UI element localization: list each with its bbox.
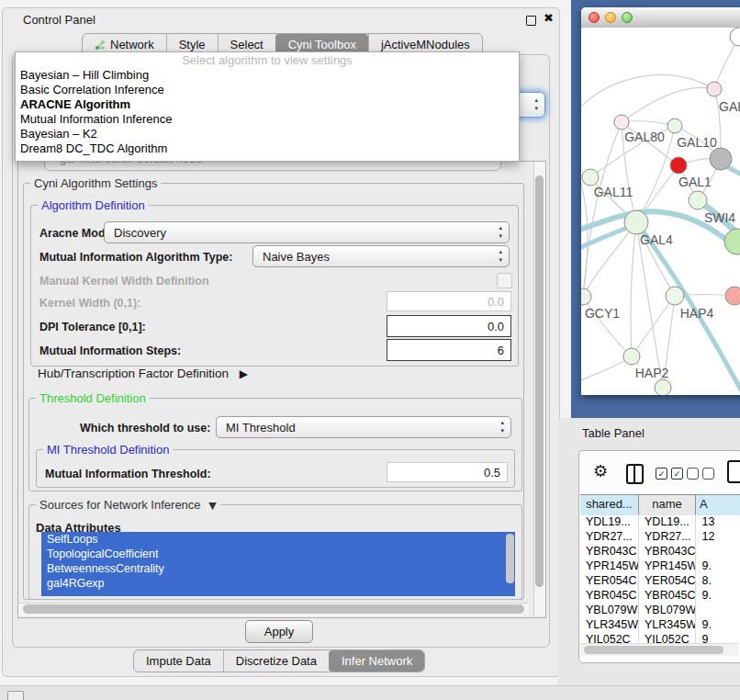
network-node[interactable]: [666, 287, 684, 305]
new-table-icon[interactable]: [727, 460, 740, 483]
table-cell: YBR043C: [580, 544, 639, 559]
mi-type-value: Naive Bayes: [263, 250, 330, 264]
table-cell: YDR27...: [639, 529, 696, 544]
vertical-scrollbar-thumb[interactable]: [535, 175, 544, 587]
network-node-label: GAL80: [624, 130, 665, 144]
deselect-all-checkboxes-icon[interactable]: [687, 468, 714, 480]
column-header[interactable]: shared...: [580, 495, 639, 515]
mi-steps-field[interactable]: 6: [387, 339, 511, 361]
network-node[interactable]: [689, 191, 707, 209]
horizontal-scrollbar-thumb[interactable]: [23, 604, 524, 614]
float-window-icon[interactable]: [526, 16, 536, 26]
network-node[interactable]: [581, 288, 591, 305]
network-node[interactable]: [707, 82, 722, 96]
network-node-label: GAL1: [678, 175, 712, 189]
algorithm-option[interactable]: Dream8 DC_TDC Algorithm: [16, 141, 519, 156]
network-node[interactable]: [623, 348, 640, 365]
table-horizontal-scrollbar[interactable]: [580, 643, 738, 656]
table-cell: YPR145W: [639, 559, 696, 573]
table-cell: YBL079W: [580, 603, 639, 617]
algorithm-option[interactable]: Bayesian – Hill Climbing: [16, 68, 519, 83]
table-cell: 9.: [696, 559, 740, 573]
kernel-width-field[interactable]: 0.0: [387, 291, 511, 311]
select-all-checkboxes-icon[interactable]: [656, 468, 683, 480]
column-header[interactable]: name: [639, 495, 696, 515]
network-edge[interactable]: [631, 222, 636, 356]
settings-gear-icon[interactable]: ⚙: [593, 461, 608, 481]
network-edge[interactable]: [622, 121, 675, 126]
network-edge[interactable]: [636, 222, 663, 388]
dpi-tolerance-field[interactable]: 0.0: [387, 315, 511, 337]
minimized-panel-icon[interactable]: [7, 691, 24, 700]
table-row[interactable]: YBL079WYBL079W: [580, 603, 740, 617]
table-row[interactable]: YDL19...YDL19...13: [580, 514, 740, 529]
tab-infer-network[interactable]: Infer Network: [329, 650, 424, 672]
algorithm-dropdown-placeholder: Select algorithm to view settings: [16, 52, 519, 68]
network-node[interactable]: [624, 210, 648, 234]
network-node[interactable]: [614, 115, 629, 130]
control-panel-title: Control Panel: [23, 13, 95, 27]
network-edge[interactable]: [581, 75, 714, 112]
table-cell: YER054C: [580, 573, 639, 588]
table-cell: 9.: [696, 617, 740, 632]
attribute-list-item[interactable]: TopologicalCoefficient: [41, 547, 515, 561]
network-node-label: SWI4: [704, 210, 735, 225]
screen: Control Panel ✖ NetworkStyleSelectCyni T…: [0, 0, 740, 700]
column-layout-icon[interactable]: [626, 464, 644, 484]
algorithm-option[interactable]: ARACNE Algorithm: [16, 97, 519, 112]
table-row[interactable]: YPR145WYPR145W9.: [580, 559, 740, 573]
list-scrollbar-thumb[interactable]: [506, 534, 514, 583]
attribute-list-item[interactable]: SelfLoops: [41, 532, 515, 547]
network-node[interactable]: [670, 157, 687, 174]
attribute-list-item[interactable]: BetweennessCentrality: [41, 561, 515, 576]
combo-stepper-icon: [500, 419, 504, 435]
network-edge[interactable]: [622, 87, 714, 122]
aracne-mode-combo[interactable]: Discovery: [104, 221, 510, 243]
table-cell: YLR345W: [639, 617, 696, 632]
table-cell: YBR043C: [639, 544, 696, 559]
tab-impute-data[interactable]: Impute Data: [134, 650, 223, 672]
network-node[interactable]: [655, 379, 671, 395]
table-row[interactable]: YLR345WYLR345W9.: [580, 617, 740, 632]
network-edge[interactable]: [583, 122, 622, 297]
network-node[interactable]: [667, 119, 682, 133]
checked-box-icon: [671, 468, 683, 480]
minimize-window-icon[interactable]: [605, 12, 616, 23]
manual-kernel-checkbox[interactable]: [497, 273, 512, 288]
combo-stepper-icon: [499, 248, 502, 265]
attribute-list-item[interactable]: gal4RGexp: [41, 576, 515, 591]
table-row[interactable]: YDR27...YDR27...12: [580, 529, 740, 544]
table-horizontal-scrollbar-thumb[interactable]: [584, 646, 723, 654]
network-node[interactable]: [730, 28, 740, 46]
column-header[interactable]: A: [696, 495, 740, 515]
close-window-icon[interactable]: [589, 12, 600, 23]
algorithm-option[interactable]: Basic Correlation Inference: [16, 83, 519, 97]
algorithm-option[interactable]: Bayesian – K2: [16, 127, 519, 141]
network-node[interactable]: [725, 287, 740, 305]
table-row[interactable]: YIL052CYIL052C9: [580, 632, 740, 643]
algorithm-option[interactable]: Mutual Information Inference: [16, 112, 519, 127]
table-cell: YIL052C: [639, 632, 696, 643]
network-node[interactable]: [582, 169, 599, 186]
hub-transcription-section-toggle[interactable]: Hub/Transcription Factor Definition ▶: [38, 367, 248, 380]
network-window-titlebar[interactable]: [581, 7, 740, 28]
node-table: shared...nameA YDL19...YDL19...13YDR27..…: [580, 494, 740, 643]
mi-type-combo[interactable]: Naive Bayes: [252, 245, 510, 267]
table-row[interactable]: YER054CYER054C8.: [580, 573, 740, 588]
tab-label: Infer Network: [342, 650, 412, 672]
mi-threshold-field[interactable]: 0.5: [387, 462, 508, 482]
network-canvas[interactable]: GAL7GAL80GAL10GAL1GAL11SWI4GAL4GCY1HAP4Y…: [581, 28, 740, 395]
table-row[interactable]: YBR043CYBR043C: [580, 544, 740, 559]
table-body: YDL19...YDL19...13YDR27...YDR27...12YBR0…: [580, 514, 740, 643]
table-row[interactable]: YBR045CYBR045C9.: [580, 588, 740, 603]
tab-discretize-data[interactable]: Discretize Data: [223, 650, 329, 672]
network-node[interactable]: [724, 229, 740, 254]
network-window: GAL7GAL80GAL10GAL1GAL11SWI4GAL4GCY1HAP4Y…: [581, 7, 740, 395]
table-cell: YLR345W: [580, 617, 639, 632]
apply-button[interactable]: Apply: [245, 620, 313, 643]
network-node[interactable]: [710, 148, 732, 170]
which-threshold-combo[interactable]: MI Threshold: [216, 416, 511, 438]
zoom-window-icon[interactable]: [622, 12, 633, 23]
sources-group-toggle[interactable]: Sources for Network Inference ▼: [36, 498, 220, 512]
close-icon[interactable]: ✖: [544, 11, 554, 25]
